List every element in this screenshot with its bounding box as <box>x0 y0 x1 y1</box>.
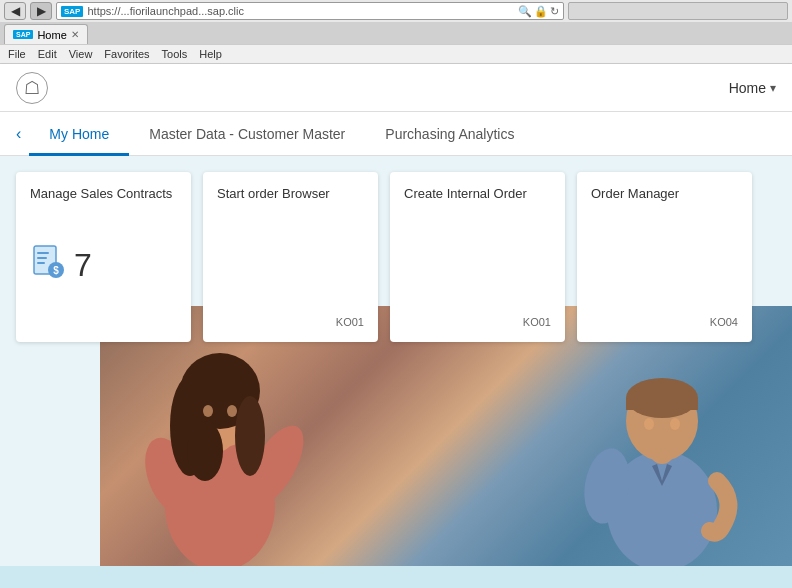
refresh-icon[interactable]: ↻ <box>550 5 559 18</box>
svg-rect-1 <box>37 252 49 254</box>
svg-point-23 <box>644 418 654 430</box>
svg-point-24 <box>670 418 680 430</box>
tab-close-button[interactable]: ✕ <box>71 29 79 40</box>
home-dropdown[interactable]: Home ▾ <box>729 80 776 96</box>
photo-background <box>100 306 792 566</box>
url-text: https://...fiorilaunchpad...sap.clic <box>87 5 514 17</box>
search-icon[interactable]: 🔍 <box>518 5 532 18</box>
menu-tools[interactable]: Tools <box>162 48 188 60</box>
tile-title-2: Start order Browser <box>217 186 364 203</box>
menu-help[interactable]: Help <box>199 48 222 60</box>
menu-file[interactable]: File <box>8 48 26 60</box>
address-icons: 🔍 🔒 ↻ <box>518 5 559 18</box>
tile-icon-1: $ <box>30 244 66 287</box>
browser-chrome: ◀ ▶ SAP https://...fiorilaunchpad...sap.… <box>0 0 792 64</box>
lock-icon: 🔒 <box>534 5 548 18</box>
tile-title-4: Order Manager <box>591 186 738 203</box>
sap-logo: SAP <box>61 6 83 17</box>
menu-favorites[interactable]: Favorites <box>104 48 149 60</box>
svg-point-15 <box>203 405 213 417</box>
tile-create-internal-order[interactable]: Create Internal Order KO01 <box>390 172 565 342</box>
forward-button[interactable]: ▶ <box>30 2 52 20</box>
tab-label: Home <box>37 29 66 41</box>
address-bar[interactable]: SAP https://...fiorilaunchpad...sap.clic… <box>56 2 564 20</box>
back-button[interactable]: ◀ <box>4 2 26 20</box>
browser-titlebar: ◀ ▶ SAP https://...fiorilaunchpad...sap.… <box>0 0 792 22</box>
header-left: ☖ <box>16 72 48 104</box>
svg-text:$: $ <box>53 265 59 276</box>
chevron-down-icon: ▾ <box>770 81 776 95</box>
tile-start-order-browser[interactable]: Start order Browser KO01 <box>203 172 378 342</box>
tab-master-data[interactable]: Master Data - Customer Master <box>129 112 365 156</box>
home-label: Home <box>729 80 766 96</box>
user-icon-glyph: ☖ <box>24 77 40 99</box>
background-photo <box>100 306 792 566</box>
tile-footer-2: KO01 <box>217 316 364 328</box>
tile-footer-3: KO01 <box>404 316 551 328</box>
menu-view[interactable]: View <box>69 48 93 60</box>
user-avatar[interactable]: ☖ <box>16 72 48 104</box>
header-right: Home ▾ <box>729 80 776 96</box>
tab-my-home[interactable]: My Home <box>29 112 129 156</box>
nav-tabs: ‹ My Home Master Data - Customer Master … <box>0 112 792 156</box>
svg-point-16 <box>227 405 237 417</box>
tile-body-1: $ 7 <box>30 244 177 287</box>
nav-arrow-left[interactable]: ‹ <box>8 125 29 143</box>
menu-edit[interactable]: Edit <box>38 48 57 60</box>
app-header: ☖ Home ▾ <box>0 64 792 112</box>
tiles-row: Manage Sales Contracts $ 7 <box>16 172 776 342</box>
tile-footer-4: KO04 <box>591 316 738 328</box>
tile-manage-sales-contracts[interactable]: Manage Sales Contracts $ 7 <box>16 172 191 342</box>
tile-title-1: Manage Sales Contracts <box>30 186 177 203</box>
browser-tab-home[interactable]: SAP Home ✕ <box>4 24 88 44</box>
menubar: File Edit View Favorites Tools Help <box>0 44 792 64</box>
svg-point-13 <box>235 396 265 476</box>
svg-rect-3 <box>37 262 45 264</box>
tab-sap-logo: SAP <box>13 30 33 39</box>
svg-rect-2 <box>37 257 47 259</box>
tile-title-3: Create Internal Order <box>404 186 551 203</box>
tab-purchasing-analytics[interactable]: Purchasing Analytics <box>365 112 534 156</box>
tab-bar: SAP Home ✕ <box>0 22 792 44</box>
svg-rect-22 <box>626 398 698 410</box>
tile-number-1: 7 <box>74 247 92 284</box>
app-container: ☖ Home ▾ ‹ My Home Master Data - Custome… <box>0 64 792 566</box>
tile-order-manager[interactable]: Order Manager KO04 <box>577 172 752 342</box>
svg-point-14 <box>187 421 223 481</box>
content-area: Manage Sales Contracts $ 7 <box>0 156 792 566</box>
